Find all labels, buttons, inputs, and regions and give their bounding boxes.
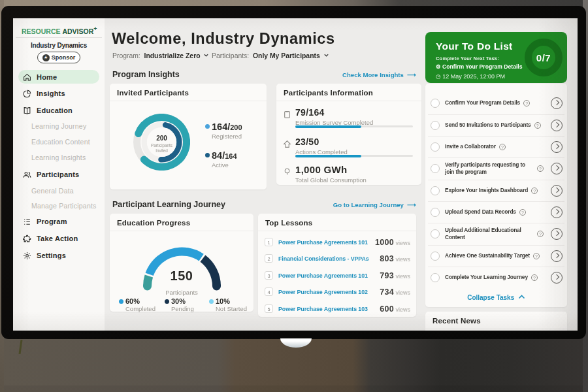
svg-text:Invited: Invited bbox=[155, 148, 168, 153]
svg-text:Participants: Participants bbox=[151, 143, 172, 148]
svg-text:200: 200 bbox=[156, 135, 167, 142]
